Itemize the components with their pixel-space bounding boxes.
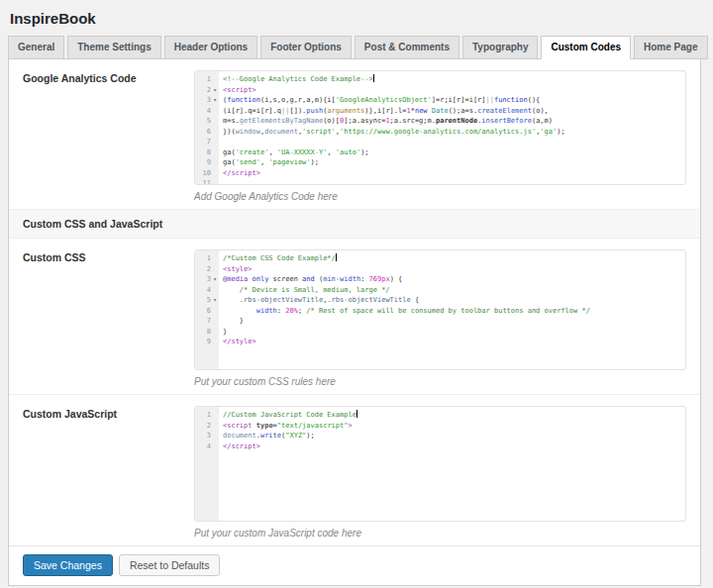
code-line: <script type="text/javascript"> bbox=[223, 421, 685, 432]
custom-javascript-field: 1234//Custom JavaScript Code Example<scr… bbox=[194, 406, 686, 539]
code-line: </script> bbox=[223, 168, 685, 179]
code-line: /* Device is Small, medium, large */ bbox=[223, 285, 685, 296]
custom-javascript-code-editor[interactable]: 1234//Custom JavaScript Code Example<scr… bbox=[194, 406, 686, 522]
google-analytics-section: Google Analytics Code 12▾3▾4567891011<!-… bbox=[9, 59, 700, 209]
custom-javascript-help-text: Put your custom JavaScript code here bbox=[194, 528, 686, 539]
custom-css-help-text: Put your custom CSS rules here bbox=[194, 376, 686, 387]
line-number: 9 bbox=[195, 157, 219, 168]
fold-toggle-icon[interactable]: ▾ bbox=[211, 274, 219, 285]
line-number: 6 bbox=[195, 127, 219, 138]
code-line: document.write("XYZ"); bbox=[223, 431, 685, 441]
line-number: 2 bbox=[195, 421, 219, 432]
tab-bar: GeneralTheme SettingsHeader OptionsFoote… bbox=[8, 36, 701, 59]
tab-general[interactable]: General bbox=[8, 36, 64, 59]
code-area: //Custom JavaScript Code Example<script … bbox=[219, 407, 685, 521]
line-number: 4 bbox=[195, 285, 219, 296]
line-number: 7 bbox=[195, 137, 219, 147]
text-cursor bbox=[356, 410, 357, 418]
code-line: </script> bbox=[223, 441, 685, 452]
reset-to-defaults-button[interactable]: Reset to Defaults bbox=[119, 554, 221, 576]
google-analytics-code-editor[interactable]: 12▾3▾4567891011<!--Google Analytics Code… bbox=[194, 70, 686, 185]
code-line: (function(i,s,o,g,r,a,m){i['GoogleAnalyt… bbox=[223, 95, 685, 106]
code-line: <!--Google Analytics Code Example--> bbox=[223, 74, 685, 85]
line-number: 3 bbox=[195, 431, 219, 441]
text-cursor bbox=[336, 253, 337, 261]
custom-css-field: 123▾45▾6789/*Custom CSS Code Example*/<s… bbox=[194, 249, 686, 387]
custom-css-js-section-heading: Custom CSS and JavaScript bbox=[9, 209, 700, 239]
code-line: @media only screen and (min-width: 769px… bbox=[223, 274, 685, 285]
tab-footer-options[interactable]: Footer Options bbox=[260, 36, 352, 59]
code-line bbox=[223, 137, 685, 147]
line-number: 5▾ bbox=[195, 295, 219, 306]
code-area: /*Custom CSS Code Example*/<style>@media… bbox=[219, 250, 685, 369]
custom-javascript-label: Custom JavaScript bbox=[23, 406, 194, 539]
line-number: 9 bbox=[195, 337, 219, 347]
save-changes-button[interactable]: Save Changes bbox=[23, 554, 113, 576]
code-line: ga('create', 'UA-XXXXX-Y', 'auto'); bbox=[223, 147, 685, 158]
code-line: ga('send', 'pageview'); bbox=[223, 157, 685, 168]
code-line: m=s.getElementsByTagName(o)[0];a.async=1… bbox=[223, 116, 685, 127]
theme-options-page: InspireBook GeneralTheme SettingsHeader … bbox=[0, 0, 713, 586]
code-line: <style> bbox=[223, 264, 685, 275]
tab-header-options[interactable]: Header Options bbox=[164, 36, 257, 59]
line-number-gutter: 123▾45▾6789 bbox=[195, 250, 219, 369]
line-number: 3▾ bbox=[195, 95, 219, 106]
code-line: .rbs-objectViewTitle,.rbs-objectViewTitl… bbox=[223, 295, 685, 306]
line-number: 4 bbox=[195, 441, 219, 452]
code-line: } bbox=[223, 327, 685, 338]
custom-css-code-editor[interactable]: 123▾45▾6789/*Custom CSS Code Example*/<s… bbox=[194, 249, 686, 370]
code-line: (i[r].q=i[r].q||[]).push(arguments)},i[r… bbox=[223, 106, 685, 117]
line-number: 4 bbox=[195, 106, 219, 117]
code-line: })(window,document,'script','https://www… bbox=[223, 127, 685, 138]
line-number: 2▾ bbox=[195, 85, 219, 96]
fold-toggle-icon[interactable]: ▾ bbox=[211, 85, 219, 96]
code-line: /*Custom CSS Code Example*/ bbox=[223, 253, 685, 264]
google-analytics-field: 12▾3▾4567891011<!--Google Analytics Code… bbox=[194, 70, 686, 202]
tab-custom-codes[interactable]: Custom Codes bbox=[541, 36, 631, 59]
line-number: 11 bbox=[195, 178, 219, 185]
code-line: </style> bbox=[223, 337, 685, 347]
fold-toggle-icon[interactable]: ▾ bbox=[211, 295, 219, 306]
line-number-gutter: 12▾3▾4567891011 bbox=[195, 71, 219, 184]
line-number: 3▾ bbox=[195, 274, 219, 285]
google-analytics-help-text: Add Google Analytics Code here bbox=[194, 191, 686, 202]
line-number: 1 bbox=[195, 410, 219, 421]
tab-typography[interactable]: Typography bbox=[462, 36, 538, 59]
line-number: 8 bbox=[195, 147, 219, 158]
custom-css-section: Custom CSS 123▾45▾6789/*Custom CSS Code … bbox=[9, 239, 700, 394]
line-number: 2 bbox=[195, 264, 219, 275]
custom-css-label: Custom CSS bbox=[23, 249, 194, 387]
code-line bbox=[223, 178, 685, 184]
line-number: 1 bbox=[195, 253, 219, 264]
page-title: InspireBook bbox=[10, 10, 701, 27]
line-number: 5 bbox=[195, 116, 219, 127]
custom-javascript-section: Custom JavaScript 1234//Custom JavaScrip… bbox=[9, 395, 700, 545]
line-number: 10 bbox=[195, 168, 219, 179]
code-line: } bbox=[223, 316, 685, 327]
tab-post-comments[interactable]: Post & Comments bbox=[355, 36, 459, 59]
line-number: 7 bbox=[195, 316, 219, 327]
tab-theme-settings[interactable]: Theme Settings bbox=[67, 36, 160, 59]
line-number: 1 bbox=[195, 74, 219, 85]
line-number: 6 bbox=[195, 306, 219, 317]
google-analytics-label: Google Analytics Code bbox=[23, 70, 194, 202]
form-actions-bar: Save Changes Reset to Defaults bbox=[9, 545, 700, 585]
code-area: <!--Google Analytics Code Example--><scr… bbox=[219, 71, 685, 184]
tab-home-page[interactable]: Home Page bbox=[634, 36, 707, 59]
code-line: width: 20%; /* Rest of space will be con… bbox=[223, 306, 685, 317]
line-number: 8 bbox=[195, 327, 219, 338]
text-cursor bbox=[373, 74, 374, 82]
code-line: //Custom JavaScript Code Example bbox=[223, 410, 685, 421]
fold-toggle-icon[interactable]: ▾ bbox=[211, 95, 219, 106]
code-line: <script> bbox=[223, 85, 685, 96]
custom-codes-panel: Google Analytics Code 12▾3▾4567891011<!-… bbox=[8, 58, 701, 586]
line-number-gutter: 1234 bbox=[195, 407, 219, 521]
